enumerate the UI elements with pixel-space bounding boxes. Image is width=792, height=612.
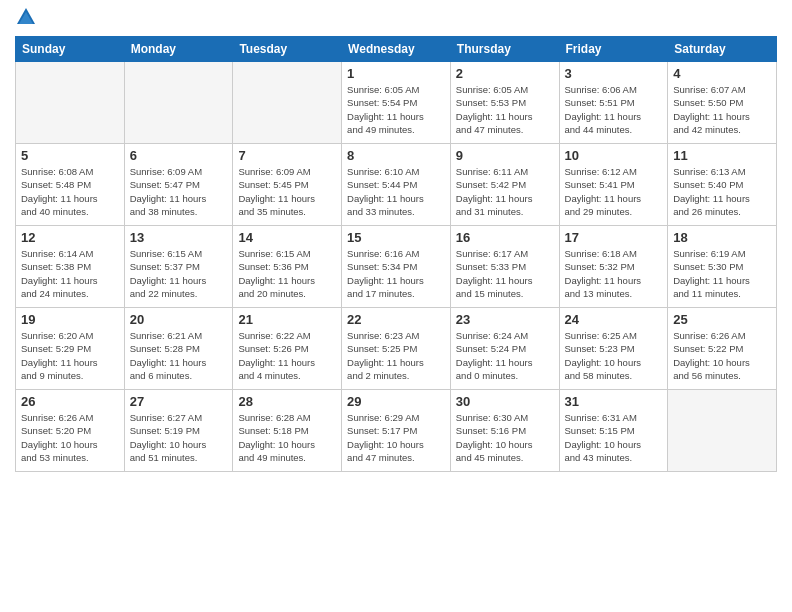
calendar-cell: 1Sunrise: 6:05 AMSunset: 5:54 PMDaylight… [342, 62, 451, 144]
page: SundayMondayTuesdayWednesdayThursdayFrid… [0, 0, 792, 612]
calendar-cell: 31Sunrise: 6:31 AMSunset: 5:15 PMDayligh… [559, 390, 668, 472]
weekday-header: Tuesday [233, 37, 342, 62]
day-info: Sunrise: 6:15 AMSunset: 5:37 PMDaylight:… [130, 247, 228, 300]
day-info: Sunrise: 6:14 AMSunset: 5:38 PMDaylight:… [21, 247, 119, 300]
calendar-cell: 24Sunrise: 6:25 AMSunset: 5:23 PMDayligh… [559, 308, 668, 390]
logo [15, 14, 39, 28]
calendar: SundayMondayTuesdayWednesdayThursdayFrid… [15, 36, 777, 472]
calendar-cell: 28Sunrise: 6:28 AMSunset: 5:18 PMDayligh… [233, 390, 342, 472]
day-info: Sunrise: 6:17 AMSunset: 5:33 PMDaylight:… [456, 247, 554, 300]
day-info: Sunrise: 6:30 AMSunset: 5:16 PMDaylight:… [456, 411, 554, 464]
calendar-cell [124, 62, 233, 144]
day-info: Sunrise: 6:26 AMSunset: 5:20 PMDaylight:… [21, 411, 119, 464]
day-number: 29 [347, 394, 445, 409]
weekday-header: Saturday [668, 37, 777, 62]
day-number: 16 [456, 230, 554, 245]
day-number: 23 [456, 312, 554, 327]
calendar-week-row: 1Sunrise: 6:05 AMSunset: 5:54 PMDaylight… [16, 62, 777, 144]
calendar-cell: 7Sunrise: 6:09 AMSunset: 5:45 PMDaylight… [233, 144, 342, 226]
day-info: Sunrise: 6:10 AMSunset: 5:44 PMDaylight:… [347, 165, 445, 218]
day-info: Sunrise: 6:23 AMSunset: 5:25 PMDaylight:… [347, 329, 445, 382]
calendar-week-row: 12Sunrise: 6:14 AMSunset: 5:38 PMDayligh… [16, 226, 777, 308]
day-info: Sunrise: 6:22 AMSunset: 5:26 PMDaylight:… [238, 329, 336, 382]
day-info: Sunrise: 6:26 AMSunset: 5:22 PMDaylight:… [673, 329, 771, 382]
calendar-cell: 22Sunrise: 6:23 AMSunset: 5:25 PMDayligh… [342, 308, 451, 390]
day-number: 20 [130, 312, 228, 327]
calendar-cell: 2Sunrise: 6:05 AMSunset: 5:53 PMDaylight… [450, 62, 559, 144]
calendar-cell: 10Sunrise: 6:12 AMSunset: 5:41 PMDayligh… [559, 144, 668, 226]
day-info: Sunrise: 6:12 AMSunset: 5:41 PMDaylight:… [565, 165, 663, 218]
weekday-header: Wednesday [342, 37, 451, 62]
calendar-cell: 26Sunrise: 6:26 AMSunset: 5:20 PMDayligh… [16, 390, 125, 472]
calendar-cell: 9Sunrise: 6:11 AMSunset: 5:42 PMDaylight… [450, 144, 559, 226]
day-info: Sunrise: 6:29 AMSunset: 5:17 PMDaylight:… [347, 411, 445, 464]
day-info: Sunrise: 6:09 AMSunset: 5:45 PMDaylight:… [238, 165, 336, 218]
day-info: Sunrise: 6:25 AMSunset: 5:23 PMDaylight:… [565, 329, 663, 382]
calendar-cell [233, 62, 342, 144]
calendar-cell: 27Sunrise: 6:27 AMSunset: 5:19 PMDayligh… [124, 390, 233, 472]
day-number: 3 [565, 66, 663, 81]
day-number: 21 [238, 312, 336, 327]
weekday-header: Sunday [16, 37, 125, 62]
day-number: 4 [673, 66, 771, 81]
day-number: 2 [456, 66, 554, 81]
day-number: 26 [21, 394, 119, 409]
weekday-header: Thursday [450, 37, 559, 62]
calendar-cell: 4Sunrise: 6:07 AMSunset: 5:50 PMDaylight… [668, 62, 777, 144]
day-info: Sunrise: 6:18 AMSunset: 5:32 PMDaylight:… [565, 247, 663, 300]
day-number: 1 [347, 66, 445, 81]
calendar-cell: 6Sunrise: 6:09 AMSunset: 5:47 PMDaylight… [124, 144, 233, 226]
calendar-cell: 16Sunrise: 6:17 AMSunset: 5:33 PMDayligh… [450, 226, 559, 308]
calendar-cell: 15Sunrise: 6:16 AMSunset: 5:34 PMDayligh… [342, 226, 451, 308]
day-info: Sunrise: 6:13 AMSunset: 5:40 PMDaylight:… [673, 165, 771, 218]
day-info: Sunrise: 6:28 AMSunset: 5:18 PMDaylight:… [238, 411, 336, 464]
day-number: 15 [347, 230, 445, 245]
day-info: Sunrise: 6:24 AMSunset: 5:24 PMDaylight:… [456, 329, 554, 382]
day-number: 31 [565, 394, 663, 409]
day-number: 14 [238, 230, 336, 245]
calendar-week-row: 26Sunrise: 6:26 AMSunset: 5:20 PMDayligh… [16, 390, 777, 472]
calendar-cell: 11Sunrise: 6:13 AMSunset: 5:40 PMDayligh… [668, 144, 777, 226]
day-number: 27 [130, 394, 228, 409]
calendar-cell: 8Sunrise: 6:10 AMSunset: 5:44 PMDaylight… [342, 144, 451, 226]
calendar-cell: 20Sunrise: 6:21 AMSunset: 5:28 PMDayligh… [124, 308, 233, 390]
weekday-header: Friday [559, 37, 668, 62]
day-number: 30 [456, 394, 554, 409]
calendar-cell [16, 62, 125, 144]
day-info: Sunrise: 6:08 AMSunset: 5:48 PMDaylight:… [21, 165, 119, 218]
day-info: Sunrise: 6:07 AMSunset: 5:50 PMDaylight:… [673, 83, 771, 136]
day-info: Sunrise: 6:27 AMSunset: 5:19 PMDaylight:… [130, 411, 228, 464]
day-number: 25 [673, 312, 771, 327]
day-number: 18 [673, 230, 771, 245]
calendar-cell: 17Sunrise: 6:18 AMSunset: 5:32 PMDayligh… [559, 226, 668, 308]
day-number: 22 [347, 312, 445, 327]
day-info: Sunrise: 6:05 AMSunset: 5:54 PMDaylight:… [347, 83, 445, 136]
calendar-cell [668, 390, 777, 472]
day-number: 5 [21, 148, 119, 163]
day-info: Sunrise: 6:15 AMSunset: 5:36 PMDaylight:… [238, 247, 336, 300]
calendar-week-row: 19Sunrise: 6:20 AMSunset: 5:29 PMDayligh… [16, 308, 777, 390]
calendar-week-row: 5Sunrise: 6:08 AMSunset: 5:48 PMDaylight… [16, 144, 777, 226]
day-info: Sunrise: 6:06 AMSunset: 5:51 PMDaylight:… [565, 83, 663, 136]
day-info: Sunrise: 6:19 AMSunset: 5:30 PMDaylight:… [673, 247, 771, 300]
calendar-cell: 23Sunrise: 6:24 AMSunset: 5:24 PMDayligh… [450, 308, 559, 390]
day-number: 13 [130, 230, 228, 245]
day-info: Sunrise: 6:31 AMSunset: 5:15 PMDaylight:… [565, 411, 663, 464]
calendar-cell: 29Sunrise: 6:29 AMSunset: 5:17 PMDayligh… [342, 390, 451, 472]
calendar-cell: 13Sunrise: 6:15 AMSunset: 5:37 PMDayligh… [124, 226, 233, 308]
weekday-header: Monday [124, 37, 233, 62]
calendar-cell: 12Sunrise: 6:14 AMSunset: 5:38 PMDayligh… [16, 226, 125, 308]
day-number: 12 [21, 230, 119, 245]
day-number: 11 [673, 148, 771, 163]
day-info: Sunrise: 6:20 AMSunset: 5:29 PMDaylight:… [21, 329, 119, 382]
calendar-cell: 21Sunrise: 6:22 AMSunset: 5:26 PMDayligh… [233, 308, 342, 390]
calendar-cell: 3Sunrise: 6:06 AMSunset: 5:51 PMDaylight… [559, 62, 668, 144]
day-number: 24 [565, 312, 663, 327]
day-number: 8 [347, 148, 445, 163]
logo-icon [15, 6, 37, 28]
calendar-cell: 19Sunrise: 6:20 AMSunset: 5:29 PMDayligh… [16, 308, 125, 390]
day-number: 10 [565, 148, 663, 163]
day-info: Sunrise: 6:16 AMSunset: 5:34 PMDaylight:… [347, 247, 445, 300]
calendar-cell: 30Sunrise: 6:30 AMSunset: 5:16 PMDayligh… [450, 390, 559, 472]
day-info: Sunrise: 6:05 AMSunset: 5:53 PMDaylight:… [456, 83, 554, 136]
